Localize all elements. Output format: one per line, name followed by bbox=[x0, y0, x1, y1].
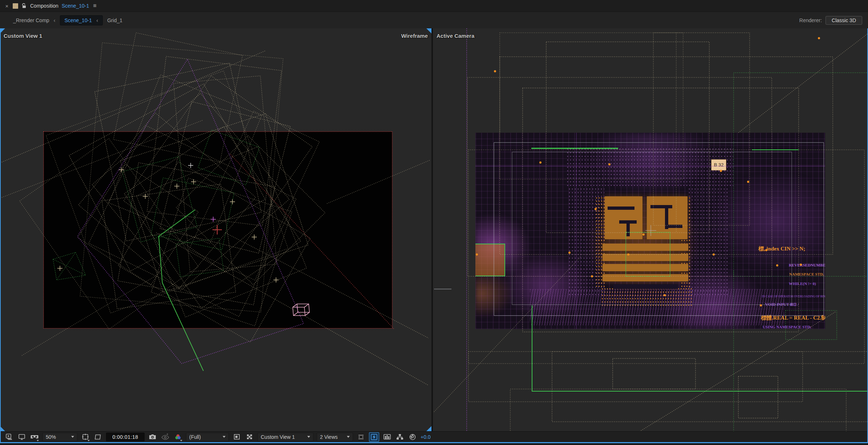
panel-tab-bar: × Composition Scene_10-1 ≡ bbox=[0, 0, 868, 12]
wireframe-layer bbox=[433, 28, 868, 431]
chevron-down-icon bbox=[37, 440, 39, 441]
region-of-interest-icon[interactable] bbox=[232, 433, 242, 441]
composition-toolbar: 50% 0:00:01:18 (Full) bbox=[0, 431, 868, 442]
mask-visibility-icon[interactable] bbox=[93, 433, 103, 441]
breadcrumb-current-label: Scene_10-1 bbox=[65, 17, 92, 23]
timecode-value: 0:00:01:18 bbox=[112, 434, 138, 440]
timeline-button[interactable] bbox=[382, 433, 392, 441]
chevron-down-icon bbox=[347, 436, 350, 438]
view-custom-view-1[interactable]: Custom View 1 Wireframe bbox=[0, 28, 431, 431]
breadcrumb-current[interactable]: Scene_10-1 ‹ bbox=[60, 15, 103, 25]
panel-color-swatch bbox=[13, 3, 18, 9]
chevron-left-icon: ‹ bbox=[54, 17, 56, 23]
viewport-area: Custom View 1 Wireframe bbox=[0, 28, 868, 431]
view-label-wireframe: Wireframe bbox=[401, 33, 428, 39]
panel-focus-border bbox=[0, 442, 868, 443]
composition-flowchart-button[interactable] bbox=[395, 433, 405, 441]
panel-title: Composition bbox=[30, 3, 58, 9]
fast-previews-button[interactable] bbox=[369, 432, 379, 442]
renderer-label: Renderer: bbox=[799, 17, 822, 23]
panel-menu-icon[interactable]: ≡ bbox=[93, 3, 96, 9]
transparency-grid-icon[interactable] bbox=[245, 433, 254, 441]
vr-view-icon[interactable] bbox=[30, 433, 39, 441]
view-label-active-camera: Active Camera bbox=[437, 33, 474, 39]
magnification-dropdown[interactable]: 50% bbox=[42, 433, 77, 441]
unlock-icon[interactable] bbox=[21, 3, 27, 9]
exposure-value[interactable]: +0.0 bbox=[421, 434, 431, 440]
main-viewer-icon[interactable] bbox=[17, 433, 27, 441]
breadcrumb-child[interactable]: Grid_1 bbox=[107, 17, 122, 23]
panel-focus-border bbox=[0, 28, 1, 443]
chevron-down-icon bbox=[180, 440, 182, 441]
view-dropdown[interactable]: Custom View 1 bbox=[257, 433, 313, 441]
composition-mini-flowchart: _Rrender Comp ‹ Scene_10-1 ‹ Grid_1 Rend… bbox=[0, 12, 868, 28]
pixel-aspect-correction-icon[interactable] bbox=[356, 433, 366, 441]
reset-exposure-icon[interactable] bbox=[408, 433, 417, 441]
channel-settings-icon[interactable] bbox=[173, 433, 183, 441]
view-active-camera[interactable]: B 32 標, index CIN >> N; REVERSEDNUMBER N… bbox=[433, 28, 868, 431]
panel-bottom-strip bbox=[0, 443, 868, 445]
timecode-field[interactable]: 0:00:01:18 bbox=[106, 433, 145, 441]
always-preview-icon[interactable] bbox=[4, 433, 14, 441]
active-view-corner-icon bbox=[0, 426, 5, 431]
chevron-left-icon: ‹ bbox=[96, 17, 98, 23]
view-layout-value: 2 Views bbox=[320, 434, 338, 440]
resolution-value: (Full) bbox=[189, 434, 201, 440]
active-view-corner-icon bbox=[0, 28, 5, 33]
grid-guides-icon[interactable] bbox=[81, 433, 90, 441]
view-dropdown-value: Custom View 1 bbox=[261, 434, 295, 440]
snapshot-camera-icon[interactable] bbox=[148, 433, 157, 441]
composition-tab-name[interactable]: Scene_10-1 bbox=[62, 3, 89, 9]
chevron-down-icon bbox=[223, 436, 226, 438]
active-view-corner-icon bbox=[426, 426, 431, 431]
show-snapshot-icon[interactable] bbox=[161, 433, 170, 441]
active-view-corner-icon bbox=[426, 28, 431, 33]
view-label-custom-view-1: Custom View 1 bbox=[4, 33, 42, 39]
view-layout-dropdown[interactable]: 2 Views bbox=[317, 433, 353, 441]
chevron-down-icon bbox=[71, 436, 74, 438]
resolution-dropdown[interactable]: (Full) bbox=[186, 433, 229, 441]
wireframe-layer bbox=[0, 28, 431, 431]
composition-panel: × Composition Scene_10-1 ≡ _Rrender Comp… bbox=[0, 0, 868, 445]
chevron-down-icon bbox=[88, 440, 90, 441]
breadcrumb-root[interactable]: _Rrender Comp bbox=[13, 17, 49, 23]
close-icon[interactable]: × bbox=[4, 3, 9, 9]
renderer-button[interactable]: Classic 3D bbox=[826, 16, 862, 25]
magnification-value: 50% bbox=[46, 434, 56, 440]
chevron-down-icon bbox=[307, 436, 310, 438]
